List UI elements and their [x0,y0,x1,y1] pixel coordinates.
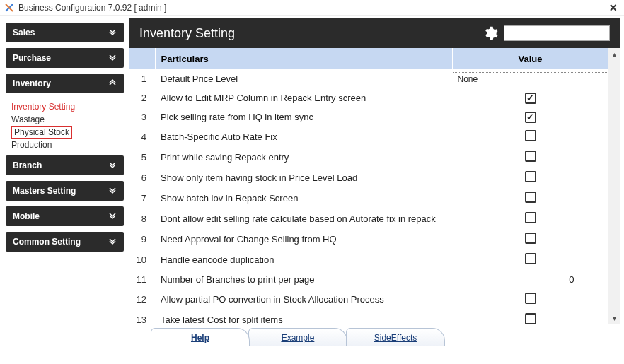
gear-icon[interactable] [483,25,498,41]
sidebar-item-inventory-setting[interactable]: Inventory Setting [11,100,124,113]
sidebar-section-branch[interactable]: Branch [6,155,124,175]
sidebar-item-production[interactable]: Production [11,139,124,151]
window-title: Business Configuration 7.0.92 [ admin ] [18,3,166,13]
table-row[interactable]: 10Handle eancode duplication [129,249,608,270]
tab-label: Help [191,333,209,343]
table-row[interactable]: 2Allow to Edit MRP Column in Repack Entr… [129,88,608,107]
sidebar-section-label: Masters Setting [13,186,76,196]
sidebar-section-label: Inventory [13,78,51,88]
sidebar-section-masters-setting[interactable]: Masters Setting [6,181,124,201]
table-row[interactable]: 4Batch-Specific Auto Rate Fix [129,127,608,147]
sidebar-section-purchase[interactable]: Purchase [6,48,124,68]
tab-sideeffects[interactable]: SideEffects [346,328,445,346]
row-number: 10 [129,249,155,270]
row-value-cell [453,289,608,310]
row-value-cell [453,147,608,168]
table-row[interactable]: 12Allow partial PO convertion in Stock A… [129,289,608,310]
column-header-particulars: Particulars [155,48,453,69]
tab-label: Example [282,333,315,343]
chevron-down-icon [108,53,117,63]
row-value-cell [453,249,608,270]
table-row[interactable]: 8Dont allow edit selling rate calculate … [129,209,608,229]
scroll-up-arrow-icon[interactable]: ▴ [608,48,620,59]
row-value-cell [453,88,608,107]
value-checkbox[interactable] [525,93,536,104]
row-label: Number of Branches to print per page [155,270,453,289]
close-button[interactable]: × [606,3,620,13]
sidebar-section-label: Mobile [13,211,40,221]
vertical-scrollbar[interactable]: ▴ ▾ [608,48,620,324]
value-checkbox[interactable] [525,112,536,123]
chevron-down-icon [108,211,117,221]
sidebar-section-label: Branch [13,160,42,170]
page-header: Inventory Setting [129,18,620,48]
value-checkbox[interactable] [525,253,536,264]
row-label: Show only item having stock in Price Lev… [155,168,453,188]
sidebar-section-label: Common Setting [13,237,81,247]
row-number: 9 [129,229,155,249]
table-row[interactable]: 13Take latest Cost for split items [129,310,608,324]
value-checkbox[interactable] [525,293,536,304]
row-number: 2 [129,88,155,107]
app-icon [4,3,14,13]
value-checkbox[interactable] [525,151,536,162]
table-row[interactable]: 9Need Approval for Change Selling from H… [129,229,608,249]
main-panel: Inventory Setting Particulars Value [129,16,624,364]
row-label: Pick selling rate from HQ in item sync [155,107,453,127]
row-number: 6 [129,168,155,188]
table-row[interactable]: 1Default Price LevelNone [129,69,608,88]
row-label: Print while saving Repack entry [155,147,453,168]
row-label: Take latest Cost for split items [155,310,453,324]
row-number: 13 [129,310,155,324]
sidebar-section-mobile[interactable]: Mobile [6,206,124,226]
row-label: Default Price Level [155,69,453,88]
row-number: 8 [129,209,155,229]
sidebar-item-wastage[interactable]: Wastage [11,113,124,126]
table-row[interactable]: 6Show only item having stock in Price Le… [129,168,608,188]
row-label: Handle eancode duplication [155,249,453,270]
row-label: Allow to Edit MRP Column in Repack Entry… [155,88,453,107]
table-row[interactable]: 11Number of Branches to print per page0 [129,270,608,289]
sidebar-section-inventory[interactable]: Inventory [6,74,124,93]
value-checkbox[interactable] [525,171,536,182]
bottom-tabs: Help Example SideEffects [129,328,620,346]
row-number: 3 [129,107,155,127]
tab-example[interactable]: Example [248,328,347,346]
value-checkbox[interactable] [525,313,536,324]
page-title: Inventory Setting [139,26,235,41]
value-checkbox[interactable] [525,233,536,244]
row-label: Need Approval for Change Selling from HQ [155,229,453,249]
sidebar-section-sales[interactable]: Sales [6,23,124,42]
value-number[interactable]: 0 [458,274,603,285]
row-number: 11 [129,270,155,289]
row-number: 1 [129,69,155,88]
row-number: 5 [129,147,155,168]
sidebar-submenu-inventory: Inventory Setting Wastage Physical Stock… [6,99,124,155]
row-number: 4 [129,127,155,147]
row-label: Dont allow edit selling rate calculate b… [155,209,453,229]
row-number: 7 [129,188,155,209]
value-checkbox[interactable] [525,130,536,141]
tab-help[interactable]: Help [151,328,250,346]
chevron-down-icon [108,237,117,247]
column-header-value: Value [453,48,608,69]
search-input[interactable] [504,25,610,41]
sidebar-section-common-setting[interactable]: Common Setting [6,232,124,252]
scroll-down-arrow-icon[interactable]: ▾ [608,312,620,324]
value-checkbox[interactable] [525,212,536,223]
value-checkbox[interactable] [525,192,536,203]
table-row[interactable]: 3Pick selling rate from HQ in item sync [129,107,608,127]
row-value-cell [453,168,608,188]
window-titlebar: Business Configuration 7.0.92 [ admin ] … [0,0,624,16]
sidebar-item-physical-stock[interactable]: Physical Stock [11,126,72,139]
chevron-down-icon [108,186,117,196]
row-value-cell: 0 [453,270,608,289]
chevron-down-icon [108,28,117,37]
table-row[interactable]: 5Print while saving Repack entry [129,147,608,168]
row-value-cell [453,188,608,209]
tab-label: SideEffects [374,333,417,343]
table-row[interactable]: 7Show batch lov in Repack Screen [129,188,608,209]
row-value-cell [453,229,608,249]
value-dropdown[interactable]: None [453,72,608,86]
settings-grid: Particulars Value 1Default Price LevelNo… [129,48,620,324]
